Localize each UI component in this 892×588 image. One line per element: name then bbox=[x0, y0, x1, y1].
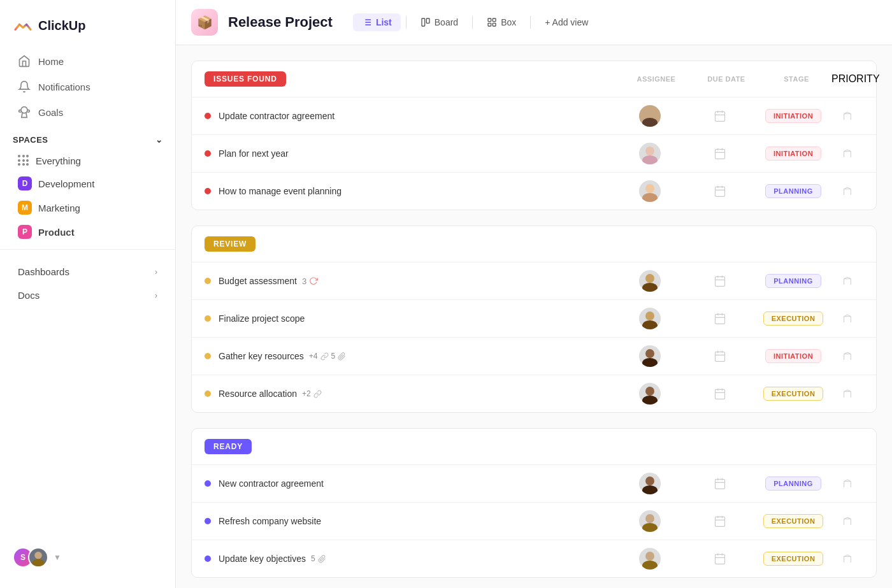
tab-list-label: List bbox=[376, 17, 392, 27]
link-icon2 bbox=[313, 390, 322, 398]
avatar bbox=[639, 105, 661, 127]
avatar bbox=[639, 473, 661, 494]
task-due-date[interactable] bbox=[685, 515, 755, 527]
task-priority[interactable] bbox=[831, 148, 863, 159]
svg-point-50 bbox=[645, 349, 654, 358]
task-stage[interactable]: EXECUTION bbox=[755, 312, 831, 326]
task-due-date[interactable] bbox=[685, 312, 755, 325]
svg-point-2 bbox=[32, 559, 45, 566]
table-row[interactable]: Update contractor agreement INITIATION bbox=[192, 97, 876, 134]
box-icon bbox=[487, 17, 497, 27]
task-due-date[interactable] bbox=[685, 147, 755, 160]
task-stage[interactable]: PLANNING bbox=[755, 477, 831, 491]
task-stage[interactable]: EXECUTION bbox=[755, 514, 831, 528]
svg-rect-38 bbox=[716, 276, 725, 286]
svg-point-29 bbox=[645, 184, 654, 193]
task-due-date[interactable] bbox=[685, 275, 755, 287]
logo[interactable]: ClickUp bbox=[0, 10, 175, 48]
task-attach-count: 5 bbox=[331, 352, 336, 361]
tab-board-label: Board bbox=[435, 17, 458, 27]
chevron-down-icon[interactable]: ⌄ bbox=[155, 135, 163, 145]
svg-point-58 bbox=[642, 396, 658, 405]
task-stage[interactable]: EXECUTION bbox=[755, 552, 831, 566]
sidebar-item-dashboards[interactable]: Dashboards › bbox=[5, 260, 170, 283]
sidebar-item-docs[interactable]: Docs › bbox=[5, 283, 170, 307]
table-row[interactable]: New contractor agreement PLANNING bbox=[192, 464, 876, 502]
task-priority[interactable] bbox=[831, 478, 863, 489]
dropdown-arrow-icon[interactable]: ▼ bbox=[54, 553, 61, 562]
table-row[interactable]: Resource allocation +2 bbox=[192, 375, 876, 412]
task-priority[interactable] bbox=[831, 186, 863, 196]
table-row[interactable]: How to manage event planning PLANNING bbox=[192, 172, 876, 210]
task-name: Gather key resources +4 5 bbox=[219, 351, 615, 361]
add-view-button[interactable]: + Add view bbox=[536, 13, 597, 31]
tab-separator2 bbox=[472, 16, 473, 29]
stage-badge: INITIATION bbox=[765, 147, 821, 161]
task-priority[interactable] bbox=[831, 313, 863, 324]
task-stage[interactable]: PLANNING bbox=[755, 274, 831, 288]
task-name: Finalize project scope bbox=[219, 313, 615, 324]
task-priority[interactable] bbox=[831, 111, 863, 121]
user-avatars[interactable]: S bbox=[13, 547, 48, 568]
task-name: Budget assessment 3 bbox=[219, 276, 615, 286]
sidebar-item-home[interactable]: Home bbox=[5, 48, 170, 74]
group-issues-found: ISSUES FOUND ASSIGNEE DUE DATE STAGE PRI… bbox=[191, 61, 877, 210]
table-row[interactable]: Refresh company website EXECUTION bbox=[192, 502, 876, 540]
task-meta: 3 bbox=[302, 276, 318, 286]
sidebar-item-notifications[interactable]: Notifications bbox=[5, 74, 170, 99]
sidebar-item-marketing[interactable]: M Marketing bbox=[5, 196, 170, 220]
sidebar-bottom-section: Dashboards › Docs › bbox=[0, 249, 175, 312]
avatar-user2 bbox=[28, 547, 48, 568]
task-due-date[interactable] bbox=[685, 350, 755, 362]
avatar bbox=[639, 548, 661, 570]
svg-rect-45 bbox=[716, 314, 725, 324]
task-right-section: PLANNING bbox=[615, 270, 863, 292]
table-row[interactable]: Finalize project scope EXECUTION bbox=[192, 299, 876, 337]
stage-badge: INITIATION bbox=[765, 109, 821, 123]
task-priority[interactable] bbox=[831, 276, 863, 286]
svg-rect-13 bbox=[488, 23, 491, 26]
sidebar-item-development[interactable]: D Development bbox=[5, 171, 170, 196]
group-header-ready: READY bbox=[192, 429, 876, 464]
task-status-dot bbox=[205, 480, 211, 487]
sidebar-item-product[interactable]: P Product bbox=[5, 220, 170, 244]
task-priority[interactable] bbox=[831, 389, 863, 399]
task-right-section: EXECUTION bbox=[615, 548, 863, 570]
task-due-date[interactable] bbox=[685, 185, 755, 197]
task-priority[interactable] bbox=[831, 351, 863, 361]
task-priority[interactable] bbox=[831, 554, 863, 564]
svg-point-36 bbox=[645, 274, 654, 283]
sidebar-item-everything[interactable]: Everything bbox=[5, 150, 170, 171]
task-status-dot bbox=[205, 188, 211, 194]
svg-rect-12 bbox=[493, 18, 496, 22]
task-assignee bbox=[615, 180, 685, 202]
task-stage[interactable]: INITIATION bbox=[755, 349, 831, 363]
tab-board[interactable]: Board bbox=[412, 13, 467, 31]
svg-point-72 bbox=[642, 523, 658, 532]
task-stage[interactable]: INITIATION bbox=[755, 147, 831, 161]
table-row[interactable]: Update key objectives 5 bbox=[192, 540, 876, 577]
svg-point-71 bbox=[645, 514, 654, 523]
task-stage[interactable]: INITIATION bbox=[755, 109, 831, 123]
task-due-date[interactable] bbox=[685, 552, 755, 565]
tab-box[interactable]: Box bbox=[478, 13, 525, 31]
view-tabs: List Board Box bbox=[353, 13, 597, 31]
task-due-date[interactable] bbox=[685, 110, 755, 122]
task-priority[interactable] bbox=[831, 516, 863, 526]
task-due-date[interactable] bbox=[685, 477, 755, 490]
task-right-section: INITIATION bbox=[615, 345, 863, 367]
table-row[interactable]: Plan for next year INITIATION bbox=[192, 134, 876, 172]
task-stage[interactable]: PLANNING bbox=[755, 184, 831, 198]
project-emoji: 📦 bbox=[197, 15, 213, 30]
sidebar-item-goals[interactable]: Goals bbox=[5, 99, 170, 125]
task-status-dot bbox=[205, 150, 211, 157]
table-row[interactable]: Budget assessment 3 bbox=[192, 262, 876, 299]
logo-text: ClickUp bbox=[38, 18, 85, 33]
sidebar-product-label: Product bbox=[38, 227, 75, 238]
task-name: Update key objectives 5 bbox=[219, 554, 615, 564]
avatar bbox=[639, 383, 661, 405]
task-stage[interactable]: EXECUTION bbox=[755, 387, 831, 401]
tab-list[interactable]: List bbox=[353, 13, 401, 31]
task-due-date[interactable] bbox=[685, 387, 755, 400]
table-row[interactable]: Gather key resources +4 5 bbox=[192, 337, 876, 375]
